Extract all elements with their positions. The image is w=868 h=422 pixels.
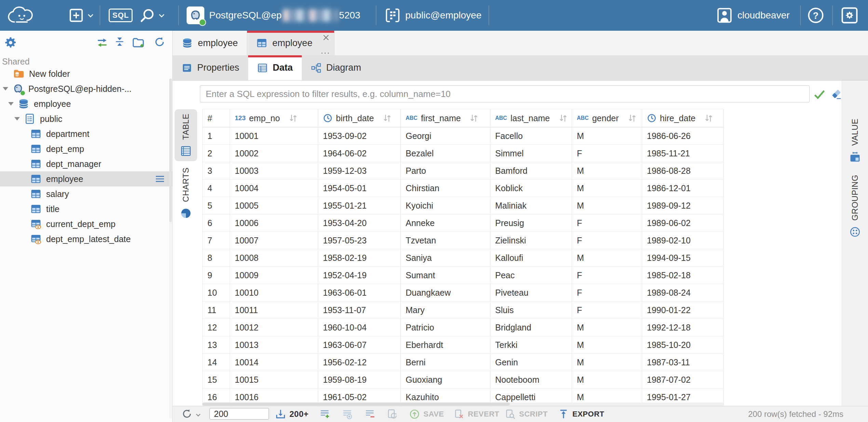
grid-cell[interactable]: 10010	[230, 284, 318, 301]
help-button[interactable]: ?	[807, 0, 824, 31]
row-menu-icon[interactable]	[154, 173, 165, 184]
grid-cell[interactable]: F	[572, 284, 642, 301]
grid-cell[interactable]: M	[572, 127, 642, 145]
fetch-size-input[interactable]	[209, 408, 269, 420]
grid-cell[interactable]: 1986-08-28	[642, 162, 724, 180]
grid-cell[interactable]: 10002	[230, 145, 318, 162]
grid-cell[interactable]: 1986-12-01	[642, 180, 724, 197]
grid-cell[interactable]: 10005	[230, 197, 318, 214]
schema-selector[interactable]: public@employee	[385, 0, 482, 31]
grid-cell[interactable]: 10012	[230, 319, 318, 336]
row-number-cell[interactable]: 1	[203, 127, 230, 145]
navigator-settings-button[interactable]	[4, 36, 17, 49]
grid-cell[interactable]: 1990-01-22	[642, 301, 724, 319]
grid-cell[interactable]: 1986-06-26	[642, 127, 724, 145]
tree-item-employee[interactable]: employee	[0, 96, 172, 111]
grid-cell[interactable]: Preusig	[490, 214, 572, 232]
grid-cell[interactable]: Simmel	[490, 145, 572, 162]
chevron-expanded-icon[interactable]	[8, 102, 14, 106]
sidebar-scrollbar-thumb[interactable]	[169, 79, 172, 222]
grid-cell[interactable]: Facello	[490, 127, 572, 145]
grid-cell[interactable]: Bamford	[490, 162, 572, 180]
tab-diagram[interactable]: Diagram	[302, 55, 370, 80]
grid-cell[interactable]: 1957-05-23	[318, 232, 401, 249]
grid-cell[interactable]: 1985-10-20	[642, 336, 724, 354]
tab-employee-database[interactable]: employee	[173, 31, 247, 55]
grid-cell[interactable]: 1987-07-02	[642, 371, 724, 389]
grid-cell[interactable]: Bridgland	[490, 319, 572, 336]
row-number-cell[interactable]: 8	[203, 249, 230, 267]
row-number-cell[interactable]: 5	[203, 197, 230, 214]
grid-cell[interactable]: Terkki	[490, 336, 572, 354]
rail-tab-table[interactable]: TABLE	[175, 109, 197, 161]
row-number-cell[interactable]: 13	[203, 336, 230, 354]
clear-filter-eraser-icon[interactable]	[830, 88, 842, 100]
grid-cell[interactable]: M	[572, 180, 642, 197]
grid-cell[interactable]: F	[572, 145, 642, 162]
grid-cell[interactable]: 1989-08-24	[642, 284, 724, 301]
refresh-result-button[interactable]	[181, 408, 192, 419]
row-number-cell[interactable]: 10	[203, 284, 230, 301]
grid-cell[interactable]: Maliniak	[490, 197, 572, 214]
tree-item-postgresql-ep-hidden-[interactable]: PostgreSQL@ep-hidden-...	[0, 81, 172, 96]
grid-cell[interactable]: 1953-09-02	[318, 127, 401, 145]
grid-cell[interactable]: 10009	[230, 267, 318, 284]
sort-arrows-icon[interactable]	[704, 113, 714, 123]
tree-item-dept-emp[interactable]: dept_emp	[0, 141, 172, 156]
tree-item-dept-manager[interactable]: dept_manager	[0, 156, 172, 171]
grid-cell[interactable]: 1985-11-21	[642, 145, 724, 162]
grid-cell[interactable]: 10003	[230, 162, 318, 180]
grid-cell[interactable]: 1989-02-10	[642, 232, 724, 249]
grid-cell[interactable]: Genin	[490, 354, 572, 371]
tab-properties[interactable]: Properties	[173, 55, 248, 80]
row-number-cell[interactable]: 15	[203, 371, 230, 389]
grid-cell[interactable]: 10015	[230, 371, 318, 389]
grid-cell[interactable]: 1960-10-04	[318, 319, 401, 336]
grid-cell[interactable]: Parto	[401, 162, 490, 180]
tree-item-public[interactable]: public	[0, 111, 172, 126]
grid-cell[interactable]: M	[572, 319, 642, 336]
grid-cell[interactable]: 1954-05-01	[318, 180, 401, 197]
row-number-cell[interactable]: 7	[203, 232, 230, 249]
grid-cell[interactable]: M	[572, 371, 642, 389]
grid-cell[interactable]: Kalloufi	[490, 249, 572, 267]
rail-tab-grouping[interactable]: GROUPING	[842, 165, 868, 247]
refresh-options-chevron-icon[interactable]	[195, 412, 201, 418]
grid-cell[interactable]: 1959-08-19	[318, 371, 401, 389]
row-number-cell[interactable]: 4	[203, 180, 230, 197]
driver-manager-button[interactable]	[139, 0, 165, 31]
grid-cell[interactable]: 10001	[230, 127, 318, 145]
grid-cell[interactable]: 1953-04-20	[318, 214, 401, 232]
horizontal-scrollbar-track[interactable]	[202, 403, 723, 406]
refresh-tree-button[interactable]	[154, 36, 165, 48]
grid-cell[interactable]: 1956-02-12	[318, 354, 401, 371]
grid-cell[interactable]: Berni	[401, 354, 490, 371]
tree-item-dept-emp-latest-date[interactable]: dept_emp_latest_date	[0, 231, 172, 247]
chevron-expanded-icon[interactable]	[14, 117, 20, 121]
rail-tab-value[interactable]: VALUE	[842, 107, 868, 174]
grid-cell[interactable]: 10011	[230, 301, 318, 319]
grid-cell[interactable]: M	[572, 249, 642, 267]
grid-cell[interactable]: 1994-09-15	[642, 249, 724, 267]
column-header-first_name[interactable]: ABCfirst_name	[401, 109, 490, 127]
sort-arrows-icon[interactable]	[558, 113, 568, 123]
grid-cell[interactable]: Tzvetan	[401, 232, 490, 249]
grid-cell[interactable]: 1987-03-11	[642, 354, 724, 371]
grid-cell[interactable]: Anneke	[401, 214, 490, 232]
grid-cell[interactable]: Sluis	[490, 301, 572, 319]
grid-cell[interactable]: Kyoichi	[401, 197, 490, 214]
row-number-cell[interactable]: 11	[203, 301, 230, 319]
grid-cell[interactable]: 10004	[230, 180, 318, 197]
fetch-more-button[interactable]: 200+	[275, 406, 309, 422]
grid-cell[interactable]: 10013	[230, 336, 318, 354]
sort-arrows-icon[interactable]	[288, 113, 298, 123]
grid-cell[interactable]: Bezalel	[401, 145, 490, 162]
grid-cell[interactable]: M	[572, 354, 642, 371]
close-icon[interactable]	[322, 33, 330, 42]
sort-arrows-icon[interactable]	[382, 113, 392, 123]
grid-cell[interactable]: Patricio	[401, 319, 490, 336]
grid-cell[interactable]: 1989-09-12	[642, 197, 724, 214]
rail-tab-charts[interactable]: CHARTS	[175, 163, 197, 223]
grid-cell[interactable]: Peac	[490, 267, 572, 284]
grid-cell[interactable]: Koblick	[490, 180, 572, 197]
